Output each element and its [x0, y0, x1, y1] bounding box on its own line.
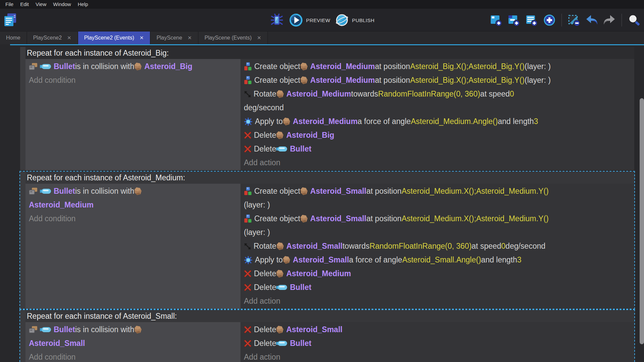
actions-column[interactable]: Delete Asteroid_SmallDelete BulletAdd ac… — [240, 322, 634, 362]
add-action-button[interactable]: Add action — [240, 294, 634, 308]
undo-button[interactable] — [584, 12, 599, 28]
debug-button[interactable] — [270, 12, 284, 28]
tab-playscene[interactable]: PlayScene✕ — [151, 32, 199, 44]
action-row[interactable]: Delete Asteroid_Small — [240, 323, 634, 337]
action-row[interactable]: Delete Asteroid_Medium — [240, 267, 634, 281]
condition-row[interactable]: Asteroid_Medium — [25, 198, 240, 212]
event-body: Bullet is in collision with Asteroid_Big… — [25, 59, 634, 170]
action-row[interactable]: (layer: ) — [240, 198, 634, 212]
text-segment: deg/second — [244, 103, 284, 112]
text-segment: Delete — [254, 339, 276, 348]
redo-button[interactable] — [602, 12, 617, 28]
text-segment: Bullet — [54, 325, 75, 334]
action-row[interactable]: Rotate Asteroid_Small towards RandomFloa… — [240, 239, 634, 253]
text-segment: Asteroid_Medium — [293, 117, 358, 126]
add-condition-button[interactable]: Add condition — [25, 73, 240, 87]
action-row[interactable]: Create object Asteroid_Medium at positio… — [240, 60, 634, 73]
action-row[interactable]: Delete Asteroid_Big — [240, 128, 634, 142]
toolbar-separator — [622, 14, 622, 26]
text-segment: Bullet — [290, 339, 311, 348]
condition-row[interactable]: Asteroid_Small — [25, 337, 240, 350]
add-circle-button[interactable] — [542, 12, 557, 28]
tab-playscene2[interactable]: PlayScene2✕ — [27, 32, 78, 44]
action-row[interactable]: deg/second — [240, 101, 634, 115]
menu-view[interactable]: View — [32, 0, 50, 9]
action-row[interactable]: Create object Asteroid_Small at position… — [240, 184, 634, 198]
text-segment: (layer: ) — [525, 62, 551, 71]
tab-close-icon[interactable]: ✕ — [257, 35, 261, 41]
text-segment: and length — [481, 255, 517, 264]
text-segment: Delete — [254, 283, 276, 292]
conditions-column[interactable]: Bullet is in collision with Asteroid_Big… — [25, 59, 240, 170]
conditions-column[interactable]: Bullet is in collision with Asteroid_Sma… — [25, 322, 240, 362]
event-block-3[interactable]: Repeat for each instance of Asteroid_Sma… — [19, 309, 635, 362]
tab-playscene-events[interactable]: PlayScene (Events)✕ — [199, 32, 268, 44]
tab-home[interactable]: Home — [0, 32, 27, 44]
add-action-button[interactable]: Add action — [240, 156, 634, 170]
action-row[interactable]: Create object Asteroid_Medium at positio… — [240, 73, 634, 87]
event-header[interactable]: Repeat for each instance of Asteroid_Sma… — [25, 310, 634, 322]
asteroid-icon — [134, 187, 142, 195]
add-subevent-button[interactable] — [506, 12, 521, 28]
menu-window[interactable]: Window — [50, 0, 74, 9]
event-drag-handle[interactable] — [20, 47, 25, 170]
conditions-column[interactable]: Bullet is in collision with Asteroid_Med… — [25, 184, 240, 309]
text-segment: Bullet — [290, 283, 311, 292]
add-comment-button[interactable] — [524, 12, 539, 28]
event-header[interactable]: Repeat for each instance of Asteroid_Med… — [25, 172, 634, 184]
menu-bar: FileEditViewWindowHelp — [0, 0, 644, 9]
gdevelop-home-button[interactable] — [3, 12, 17, 28]
menu-help[interactable]: Help — [74, 0, 92, 9]
action-row[interactable]: Delete Bullet — [240, 281, 634, 294]
event-block-1[interactable]: Repeat for each instance of Asteroid_Big… — [19, 46, 635, 171]
text-segment: Asteroid_Big — [144, 62, 192, 71]
add-condition-button[interactable]: Add condition — [25, 212, 240, 226]
add-circle-icon — [543, 14, 556, 26]
menu-file[interactable]: File — [2, 0, 17, 9]
action-row[interactable]: Rotate Asteroid_Medium towards RandomFlo… — [240, 87, 634, 101]
event-header[interactable]: Repeat for each instance of Asteroid_Big… — [25, 47, 634, 59]
event-drag-handle[interactable] — [20, 310, 25, 362]
events-editor: Repeat for each instance of Asteroid_Big… — [0, 45, 644, 362]
actions-column[interactable]: Create object Asteroid_Small at position… — [240, 184, 634, 309]
action-row[interactable]: Delete Bullet — [240, 337, 634, 350]
tab-close-icon[interactable]: ✕ — [67, 35, 71, 41]
action-row[interactable]: Apply to Asteroid_Medium a force of angl… — [240, 115, 634, 128]
text-segment: 0 — [510, 89, 514, 99]
condition-row[interactable]: Bullet is in collision with — [25, 323, 240, 337]
search-icon — [627, 13, 641, 27]
text-segment: Asteroid_Small — [310, 187, 366, 196]
text-segment: and length — [498, 117, 534, 126]
tab-label: Home — [6, 35, 20, 41]
text-segment: Asteroid_Medium.X();Asteroid_Medium.Y() — [401, 214, 548, 223]
remove-selection-button[interactable] — [567, 12, 581, 28]
asteroid-icon — [283, 256, 290, 264]
vertical-scrollbar-thumb[interactable] — [640, 98, 644, 344]
text-segment: at position — [366, 214, 401, 223]
add-action-button[interactable]: Add action — [240, 350, 634, 362]
event-body: Bullet is in collision with Asteroid_Sma… — [25, 322, 634, 362]
create-object-icon — [244, 62, 252, 71]
condition-row[interactable]: Bullet is in collision with Asteroid_Big — [25, 60, 240, 73]
publish-button[interactable]: PUBLISH — [335, 9, 374, 32]
action-row[interactable]: Apply to Asteroid_Small a force of angle… — [240, 253, 634, 267]
actions-column[interactable]: Create object Asteroid_Medium at positio… — [240, 59, 634, 170]
tab-close-icon[interactable]: ✕ — [140, 35, 144, 41]
text-segment: towards — [351, 89, 378, 99]
add-event-button[interactable] — [489, 12, 503, 28]
force-icon — [244, 256, 253, 264]
search-button[interactable] — [627, 12, 641, 28]
add-condition-button[interactable]: Add condition — [25, 350, 240, 362]
menu-edit[interactable]: Edit — [17, 0, 32, 9]
action-row[interactable]: Delete Bullet — [240, 142, 634, 156]
tab-close-icon[interactable]: ✕ — [187, 35, 192, 41]
condition-row[interactable]: Bullet is in collision with — [25, 184, 240, 198]
preview-button[interactable]: PREVIEW — [289, 9, 330, 32]
delete-icon — [244, 145, 252, 153]
event-block-2[interactable]: Repeat for each instance of Asteroid_Med… — [19, 171, 635, 309]
event-drag-handle[interactable] — [20, 172, 25, 309]
action-row[interactable]: Create object Asteroid_Small at position… — [240, 212, 634, 226]
tab-playscene2-events[interactable]: PlayScene2 (Events)✕ — [78, 32, 151, 44]
asteroid-icon — [300, 62, 308, 71]
action-row[interactable]: (layer: ) — [240, 226, 634, 239]
